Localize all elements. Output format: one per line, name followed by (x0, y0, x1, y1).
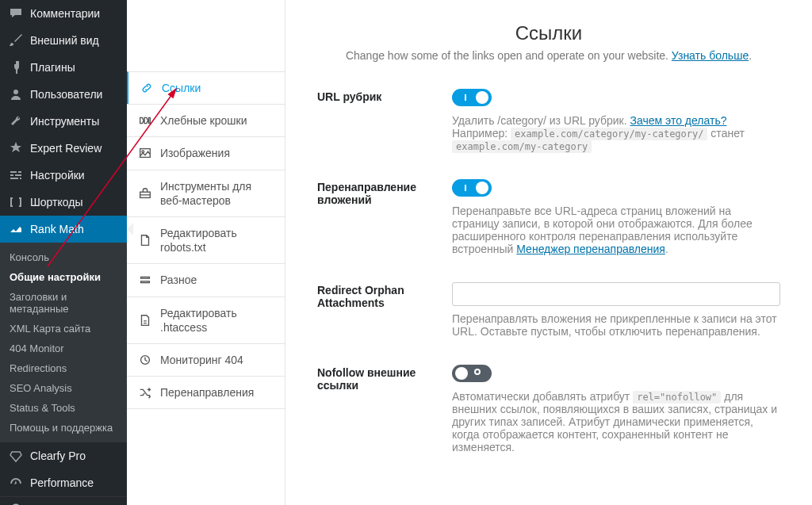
sidebar-item-performance[interactable]: Performance (0, 469, 127, 496)
sub-console[interactable]: Консоль (0, 247, 127, 267)
svg-rect-3 (19, 197, 21, 199)
brush-icon (8, 33, 24, 48)
code-example-after: example.com/my-category (452, 140, 592, 153)
tab-htaccess[interactable]: Редактировать .htaccess (127, 296, 285, 344)
tab-webmaster[interactable]: Инструменты для веб-мастеров (127, 170, 285, 217)
sidebar-item-shortcodes[interactable]: Шорткоды (0, 189, 127, 216)
field-orphan-redirect: Redirect Orphan Attachments Перенаправля… (317, 282, 780, 338)
tab-label: Хлебные крошки (160, 113, 247, 128)
sidebar-label: Плагины (30, 61, 75, 74)
tab-misc[interactable]: Разное (127, 263, 285, 296)
why-link[interactable]: Зачем это делать? (630, 114, 727, 127)
shuffle-icon (138, 385, 152, 400)
text: станет (707, 127, 744, 140)
tab-label: Ссылки (162, 81, 201, 95)
plug-icon (8, 59, 24, 75)
field-content: Автоматически добавлять атрибут rel="nof… (452, 365, 780, 453)
tab-404monitor[interactable]: Мониторинг 404 (127, 343, 285, 377)
file-edit-icon (138, 313, 152, 327)
sidebar-item-users[interactable]: Пользователи (0, 81, 127, 108)
sidebar-item-expert[interactable]: Expert Review (0, 135, 127, 162)
orphan-url-input[interactable] (452, 282, 780, 306)
field-content: Перенаправлять вложения не прикрепленные… (452, 282, 780, 338)
tab-label: Редактировать robots.txt (160, 226, 274, 254)
svg-rect-9 (141, 277, 150, 279)
field-label: Перенаправление вложений (317, 179, 452, 206)
sub-status[interactable]: Status & Tools (0, 398, 127, 418)
sub-404[interactable]: 404 Monitor (0, 339, 127, 358)
content: Ссылки Хлебные крошки Изображения Инстру… (127, 0, 812, 505)
breadcrumb-icon (138, 113, 152, 128)
tab-images[interactable]: Изображения (127, 136, 285, 170)
svg-rect-1 (10, 197, 13, 199)
sidebar-item-appearance[interactable]: Внешний вид (0, 27, 127, 54)
tab-label: Перенаправления (160, 385, 254, 400)
sidebar-item-rankmath[interactable]: Rank Math (0, 216, 127, 243)
link-icon (140, 81, 154, 95)
redirect-manager-link[interactable]: Менеджер перенаправления (516, 243, 665, 255)
sidebar-label: Инструменты (30, 115, 99, 128)
svg-point-0 (13, 90, 18, 94)
sidebar-item-tools[interactable]: Инструменты (0, 108, 127, 135)
star-icon (8, 140, 24, 156)
sidebar-item-plugins[interactable]: Плагины (0, 54, 127, 81)
image-icon (138, 146, 152, 160)
sidebar-label: Expert Review (30, 142, 102, 155)
tab-label: Инструменты для веб-мастеров (160, 179, 274, 208)
comment-icon (8, 6, 24, 21)
wp-admin-sidebar: Комментарии Внешний вид Плагины Пользова… (0, 0, 127, 505)
toggle-nofollow[interactable] (452, 365, 492, 382)
gauge-icon (8, 475, 24, 491)
code-example-before: example.com/category/my-category/ (511, 128, 707, 140)
text: Автоматически добавлять атрибут (452, 390, 633, 403)
rankmath-icon (8, 221, 24, 237)
sliders-icon (8, 167, 24, 183)
tab-label: Разное (160, 273, 197, 287)
sidebar-label: Внешний вид (30, 34, 99, 47)
main-panel: Ссылки Change how some of the links open… (285, 0, 812, 505)
learn-more-link[interactable]: Узнать больше (672, 49, 749, 62)
field-content: Перенаправьте все URL-адреса страниц вло… (452, 179, 780, 255)
sidebar-label: Пользователи (30, 88, 102, 101)
toggle-url-rubric[interactable] (452, 89, 492, 106)
wrench-icon (8, 113, 24, 129)
code-nofollow: rel="nofollow" (633, 391, 721, 404)
field-label: Nofollow внешние ссылки (317, 365, 452, 392)
tab-label: Редактировать .htaccess (160, 306, 274, 335)
text: Перенаправлять вложения не прикрепленные… (452, 312, 780, 338)
sub-seo[interactable]: SEO Analysis (0, 378, 127, 398)
tab-label: Мониторинг 404 (160, 353, 243, 367)
sidebar-label: Шорткоды (30, 196, 83, 209)
sidebar-item-comments[interactable]: Комментарии (0, 0, 127, 27)
bracket-icon (8, 194, 24, 210)
tab-robots[interactable]: Редактировать robots.txt (127, 216, 285, 264)
tab-breadcrumbs[interactable]: Хлебные крошки (127, 104, 285, 137)
sidebar-label: Rank Math (30, 223, 84, 235)
rankmath-submenu: Консоль Общие настройки Заголовки и мета… (0, 243, 127, 442)
tab-label: Изображения (160, 146, 230, 160)
svg-rect-10 (141, 281, 150, 283)
sub-general[interactable]: Общие настройки (0, 267, 127, 287)
sub-redirections[interactable]: Redirections (0, 358, 127, 378)
sub-help[interactable]: Помощь и поддержка (0, 418, 127, 438)
svg-rect-4 (19, 205, 21, 207)
text: Например: (452, 127, 511, 140)
sidebar-item-clearfy[interactable]: Clearfy Pro (0, 442, 127, 469)
sidebar-item-settings[interactable]: Настройки (0, 162, 127, 189)
sidebar-label: Performance (30, 476, 94, 489)
collapse-menu[interactable]: Свернуть меню (0, 496, 127, 505)
tab-redirections[interactable]: Перенаправления (127, 376, 285, 409)
page-desc-text: Change how some of the links open and op… (346, 49, 672, 62)
sub-xml[interactable]: XML Карта сайта (0, 319, 127, 339)
sub-titles[interactable]: Заголовки и метаданные (0, 287, 127, 319)
text: . (665, 243, 668, 255)
field-label: URL рубрик (317, 89, 452, 103)
toolbox-icon (138, 186, 152, 201)
sidebar-label: Clearfy Pro (30, 450, 86, 462)
toggle-attachment-redirect[interactable] (452, 179, 492, 197)
field-nofollow: Nofollow внешние ссылки Автоматически до… (317, 365, 780, 453)
page-title: Ссылки (317, 22, 780, 44)
tab-links[interactable]: Ссылки (127, 71, 285, 105)
field-label: Redirect Orphan Attachments (317, 282, 452, 309)
monitor-icon (138, 353, 152, 367)
